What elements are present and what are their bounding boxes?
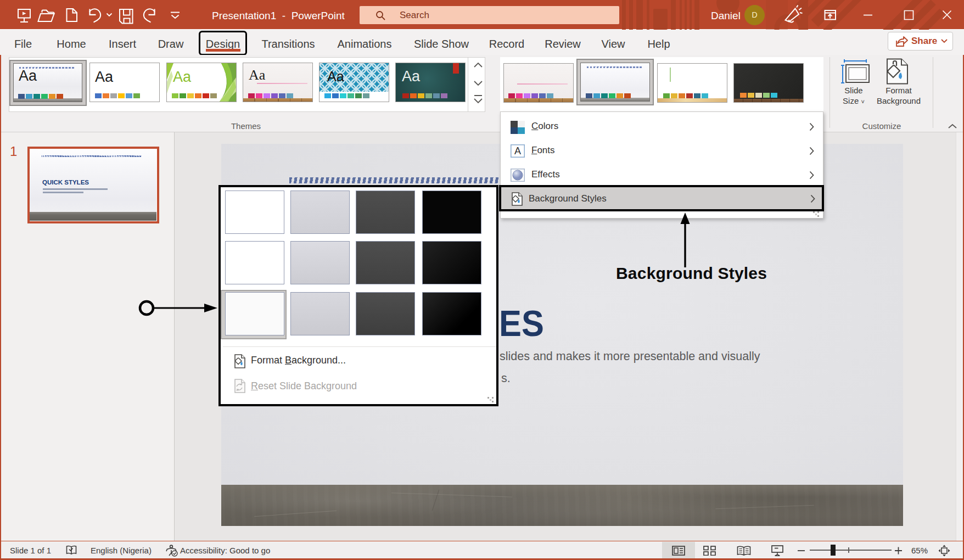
svg-text:A: A xyxy=(514,145,521,156)
